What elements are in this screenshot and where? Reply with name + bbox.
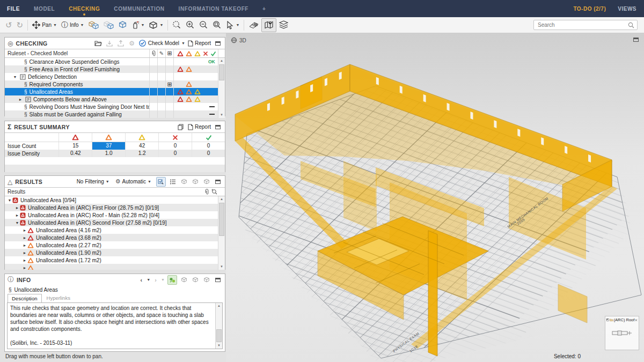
result-row[interactable]: ▼ Unallocated Area [0/94] xyxy=(5,196,225,204)
result-row-partial[interactable]: ► xyxy=(5,264,225,270)
component-visibility-button[interactable]: ▼ xyxy=(147,19,165,32)
section-tool-icon[interactable] xyxy=(635,318,638,322)
result-row[interactable]: ► Unallocated Area in (ARC) Roof - Main … xyxy=(5,211,225,219)
zoom-fit-button[interactable] xyxy=(170,19,184,32)
check-model-button[interactable]: Check Model▼ xyxy=(139,39,185,48)
presentation-icon[interactable] xyxy=(180,178,188,186)
checkbox-mode-button[interactable] xyxy=(156,177,166,187)
tab-hyperlinks[interactable]: Hyperlinks xyxy=(43,294,74,302)
import-ruleset-button[interactable] xyxy=(105,39,114,48)
show-all-components-button[interactable] xyxy=(86,19,101,32)
low-severity-icon xyxy=(194,97,201,102)
panel-maximize-button[interactable] xyxy=(214,276,222,284)
moderate-severity-icon xyxy=(186,82,192,87)
critical-severity-icon xyxy=(177,89,184,95)
section-plane-button[interactable] xyxy=(246,19,261,32)
rule-row[interactable]: §Free Area in Front of Fixed Furnishing xyxy=(5,65,225,73)
menu-tab-file[interactable]: FILE xyxy=(0,0,27,17)
filter-dropdown[interactable]: No Filtering▼ xyxy=(77,179,109,184)
menu-tab-information-takeoff[interactable]: INFORMATION TAKEOFF xyxy=(172,0,255,17)
export-ruleset-button[interactable] xyxy=(116,39,125,48)
summary-row-issue-count[interactable]: Issue Count 15 37 42 0 0 xyxy=(5,142,225,150)
viewport-maximize-button[interactable] xyxy=(633,38,639,42)
info-tabs: Description Hyperlinks xyxy=(5,294,225,302)
show-component-button[interactable] xyxy=(116,19,129,32)
section-overlay-panel[interactable]: (ARC) Roof xyxy=(605,316,639,350)
tab-description[interactable]: Description xyxy=(8,294,42,302)
presentation-icon[interactable] xyxy=(202,276,211,284)
low-severity-icon xyxy=(194,50,201,56)
menu-tab-checking[interactable]: CHECKING xyxy=(62,0,107,17)
result-row[interactable]: ► Unallocated Area (3.68 m2) xyxy=(5,234,225,241)
spray-icon xyxy=(131,21,140,29)
back-dropdown[interactable]: ▼ xyxy=(147,278,150,282)
list-mode-button[interactable] xyxy=(169,178,177,186)
copy-summary-button[interactable] xyxy=(177,123,185,131)
results-scrollbar[interactable]: ▲▼ xyxy=(218,196,225,270)
ruleset-header-label: Ruleset - Checked Model xyxy=(5,50,149,56)
views-button[interactable]: VIEWS xyxy=(618,6,636,12)
auto-select-button[interactable] xyxy=(167,275,177,285)
map-view-button[interactable] xyxy=(261,18,276,32)
critical-severity-icon xyxy=(177,50,184,56)
undo-button[interactable]: ↺ xyxy=(3,19,14,32)
rule-row[interactable]: §Clearance Above Suspended Ceilings OK xyxy=(5,58,225,65)
rule-group-row[interactable]: ▼ Deficiency Detection xyxy=(5,73,225,80)
forward-dropdown[interactable]: ▼ xyxy=(161,278,165,282)
moderate-severity-icon xyxy=(27,250,34,256)
history-forward-button[interactable]: › xyxy=(153,276,158,284)
description-scrollbar[interactable]: ▲▼ xyxy=(215,303,222,349)
rule-row[interactable]: §Required Components ⊞ xyxy=(5,80,225,88)
moderate-severity-icon xyxy=(27,265,34,270)
info-tool-button[interactable]: ⓘ Info▼ xyxy=(59,19,86,32)
bim-model-canvas[interactable]: MAIN MECHANICAL ROOM2005PHYSICAL EXAM1C1… xyxy=(226,33,644,362)
menu-tab-add[interactable]: + xyxy=(255,0,273,17)
zoom-in-button[interactable] xyxy=(184,19,197,32)
result-row[interactable]: ► Unallocated Area in (ARC) First Floor … xyxy=(5,204,225,211)
redo-button[interactable]: ↻ xyxy=(14,19,26,32)
menu-tab-model[interactable]: MODEL xyxy=(27,0,62,17)
zoom-out-button[interactable] xyxy=(197,19,210,32)
rule-row-selected[interactable]: §Unallocated Areas xyxy=(5,88,225,95)
summary-report-button[interactable]: Report xyxy=(188,123,211,131)
viewport-3d[interactable]: 3D MAIN MECHANICAL ROOM2005PHYSICAL EXAM… xyxy=(226,33,644,362)
layers-button[interactable] xyxy=(276,19,291,32)
select-tool-button[interactable]: ▼ xyxy=(224,19,241,32)
description-text-area[interactable]: This rule checks that space geometry and… xyxy=(7,302,223,349)
critical-severity-icon xyxy=(27,227,34,233)
checkbox-partial-icon[interactable] xyxy=(606,317,609,322)
rule-row[interactable]: §Slabs must be Guarded against Falling xyxy=(5,110,225,118)
history-back-button[interactable]: ‹ xyxy=(138,276,144,284)
presentation-icon[interactable] xyxy=(180,276,188,284)
accepted-icon xyxy=(210,51,216,56)
report-button[interactable]: Report xyxy=(188,39,211,48)
search-input[interactable] xyxy=(537,21,626,28)
open-ruleset-button[interactable] xyxy=(94,39,103,48)
panel-maximize-button[interactable] xyxy=(214,178,222,186)
result-row[interactable]: ▼ Unallocated Area in (ARC) Second Floor… xyxy=(5,219,225,226)
rule-row[interactable]: §Revolving Doors Must Have Swinging Door… xyxy=(5,103,225,110)
moderate-severity-icon xyxy=(105,134,112,141)
zoom-window-button[interactable] xyxy=(210,19,224,32)
section-slider[interactable] xyxy=(611,330,633,336)
result-row[interactable]: ► Unallocated Area (1.90 m2) xyxy=(5,249,225,256)
panel-maximize-button[interactable] xyxy=(214,123,222,131)
selected-count-label: Selected: 0 xyxy=(554,353,581,359)
presentation-icon[interactable] xyxy=(191,178,200,186)
summary-row-issue-density[interactable]: Issue Density 0.42 1.0 1.2 0 0 xyxy=(5,150,225,157)
panel-maximize-button[interactable] xyxy=(214,39,222,48)
todo-button[interactable]: TO-DO (2/7) xyxy=(573,6,606,12)
menu-tab-communication[interactable]: COMMUNICATION xyxy=(107,0,171,17)
pan-tool-button[interactable]: Pan▼ xyxy=(30,19,59,32)
result-row[interactable]: ► Unallocated Area (2.27 m2) xyxy=(5,241,225,249)
presentation-icon[interactable] xyxy=(202,178,211,186)
hide-components-button[interactable] xyxy=(101,19,116,32)
result-row[interactable]: ► Unallocated Area (4.16 m2) xyxy=(5,226,225,234)
result-row[interactable]: ► Unallocated Area (1.72 m2) xyxy=(5,256,225,264)
settings-icon[interactable]: ⚙ xyxy=(128,39,136,48)
auto-dropdown[interactable]: ⚙Automatic▼ xyxy=(115,178,151,185)
checking-scrollbar[interactable]: ▲▼ xyxy=(218,58,225,118)
presentation-icon[interactable] xyxy=(191,276,200,284)
rule-group-row[interactable]: ► Components Below and Above xyxy=(5,95,225,103)
color-components-button[interactable]: ▼ xyxy=(129,19,147,32)
